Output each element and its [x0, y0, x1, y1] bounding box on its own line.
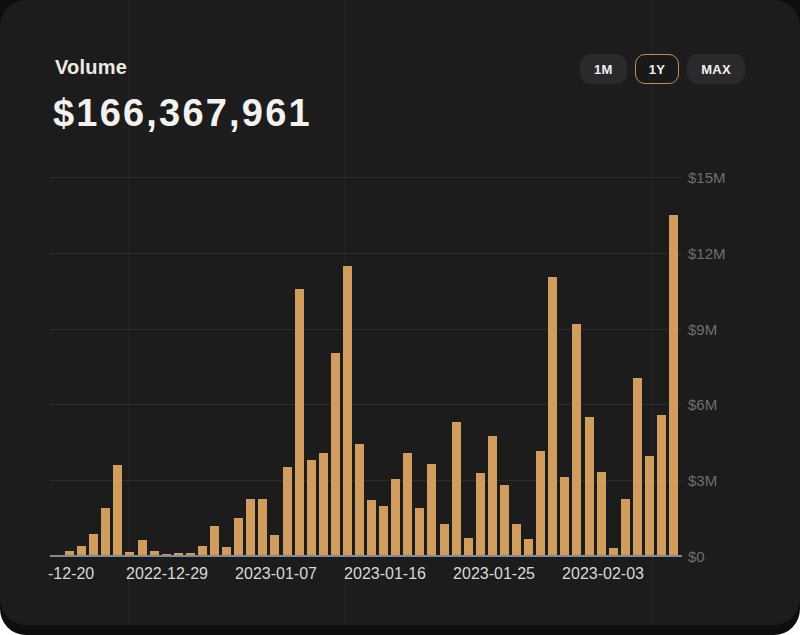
volume-bar[interactable]	[307, 460, 316, 556]
volume-bar[interactable]	[89, 534, 98, 556]
volume-chart-card: Volume $166,367,961 1M 1Y MAX $15M$12M$9…	[0, 0, 800, 625]
volume-bar[interactable]	[512, 524, 521, 556]
volume-bar[interactable]	[379, 506, 388, 556]
volume-bar[interactable]	[488, 436, 497, 556]
range-button-1m[interactable]: 1M	[580, 54, 627, 84]
volume-bar[interactable]	[633, 378, 642, 556]
volume-bar[interactable]	[319, 453, 328, 556]
volume-bar[interactable]	[270, 535, 279, 556]
chart-title: Volume	[55, 56, 127, 79]
volume-bar[interactable]	[331, 353, 340, 556]
volume-bar[interactable]	[210, 526, 219, 556]
x-tick-label: 2022-12-29	[126, 565, 208, 583]
volume-bar[interactable]	[440, 524, 449, 556]
volume-total-value: $166,367,961	[53, 92, 312, 135]
volume-bar[interactable]	[645, 456, 654, 556]
volume-bar[interactable]	[585, 417, 594, 557]
volume-bar[interactable]	[295, 289, 304, 556]
volume-bar[interactable]	[258, 499, 267, 556]
x-tick-label: 2023-02-03	[562, 565, 644, 583]
volume-bar[interactable]	[234, 518, 243, 556]
volume-bar[interactable]	[138, 540, 147, 556]
volume-bar[interactable]	[355, 444, 364, 556]
volume-bar[interactable]	[560, 477, 569, 556]
volume-bar[interactable]	[415, 508, 424, 556]
range-selector: 1M 1Y MAX	[580, 54, 745, 84]
volume-bar[interactable]	[548, 277, 557, 556]
volume-bar[interactable]	[452, 422, 461, 556]
volume-bar[interactable]	[367, 500, 376, 556]
range-button-1y[interactable]: 1Y	[635, 54, 680, 84]
volume-bar[interactable]	[476, 473, 485, 556]
volume-bar[interactable]	[669, 215, 678, 556]
volume-bar[interactable]	[427, 464, 436, 556]
y-tick-label: $9M	[688, 320, 717, 337]
x-axis-labels: -12-202022-12-292023-01-072023-01-162023…	[48, 565, 752, 587]
volume-bar[interactable]	[536, 451, 545, 556]
range-button-max[interactable]: MAX	[687, 54, 745, 84]
volume-bar[interactable]	[524, 539, 533, 556]
volume-bar[interactable]	[246, 499, 255, 556]
volume-bar[interactable]	[403, 453, 412, 556]
x-axis-line	[50, 555, 682, 557]
volume-bar[interactable]	[464, 538, 473, 556]
volume-bar-chart	[53, 177, 681, 556]
y-tick-label: $0	[688, 548, 705, 565]
screenshot-stage: Volume $166,367,961 1M 1Y MAX $15M$12M$9…	[0, 0, 800, 635]
x-tick-label: 2023-01-16	[344, 565, 426, 583]
volume-bar[interactable]	[657, 415, 666, 556]
x-tick-label: 2023-01-25	[453, 565, 535, 583]
volume-bar[interactable]	[283, 467, 292, 556]
x-tick-label: 2023-01-07	[235, 565, 317, 583]
y-tick-label: $6M	[688, 396, 717, 413]
y-tick-label: $15M	[688, 169, 726, 186]
volume-bar[interactable]	[343, 266, 352, 556]
volume-bar[interactable]	[597, 472, 606, 556]
volume-bar[interactable]	[621, 499, 630, 556]
y-tick-label: $3M	[688, 472, 717, 489]
y-axis-labels: $15M$12M$9M$6M$3M$0	[688, 177, 748, 556]
y-tick-label: $12M	[688, 244, 726, 261]
volume-bar[interactable]	[101, 508, 110, 556]
volume-bar[interactable]	[113, 465, 122, 556]
x-tick-label: -12-20	[48, 565, 94, 583]
volume-bar[interactable]	[391, 479, 400, 556]
volume-bar[interactable]	[572, 324, 581, 556]
volume-bar[interactable]	[500, 485, 509, 556]
